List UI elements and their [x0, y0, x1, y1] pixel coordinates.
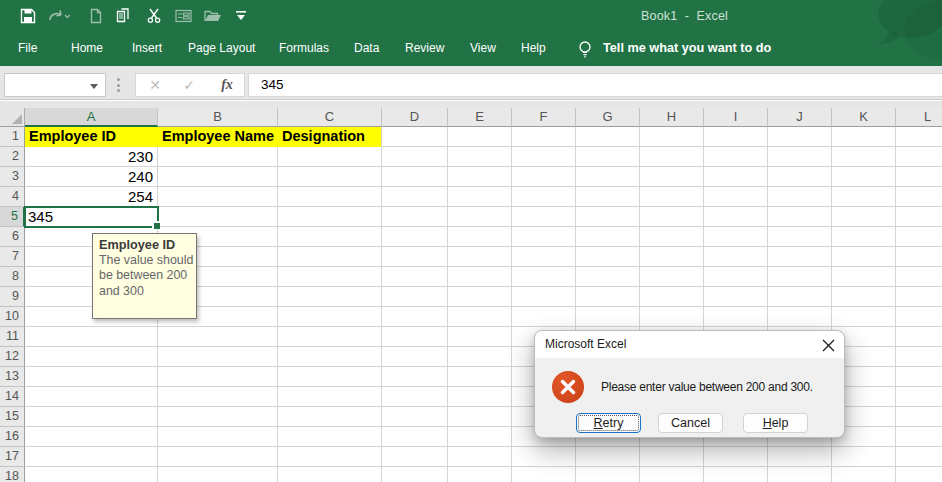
help-button[interactable]: Help — [743, 413, 808, 433]
gridline — [381, 127, 382, 482]
cell-b1[interactable]: Employee Name — [158, 127, 278, 146]
ribbon-tab-formulas[interactable]: Formulas — [279, 32, 329, 66]
gridline — [25, 466, 942, 467]
validation-title: Employee ID — [99, 238, 194, 252]
divider-dot — [117, 78, 120, 81]
row-header-9[interactable]: 9 — [0, 287, 25, 307]
column-header-a[interactable]: A — [25, 108, 158, 127]
column-header-g[interactable]: G — [576, 108, 640, 127]
tell-me-label: Tell me what you want to do — [603, 32, 771, 66]
error-icon — [552, 371, 584, 403]
cancel-button[interactable]: Cancel — [658, 413, 723, 433]
column-header-c[interactable]: C — [278, 108, 382, 127]
row-header-18[interactable]: 18 — [0, 467, 25, 482]
button-label: Help — [763, 416, 789, 430]
gridline — [895, 127, 896, 482]
header-gap-strip — [0, 101, 942, 108]
gridline — [25, 206, 942, 207]
validation-body: The value should be between 200 and 300 — [99, 253, 194, 299]
column-header-h[interactable]: H — [640, 108, 704, 127]
column-header-e[interactable]: E — [448, 108, 512, 127]
gridline — [25, 186, 942, 187]
ribbon-tab-page-layout[interactable]: Page Layout — [188, 32, 255, 66]
row-header-14[interactable]: 14 — [0, 387, 25, 407]
column-header-j[interactable]: J — [768, 108, 832, 127]
dialog-title-bar: Microsoft Excel — [535, 331, 844, 358]
gridline — [25, 446, 942, 447]
row-header-1[interactable]: 1 — [0, 127, 25, 147]
row-header-7[interactable]: 7 — [0, 247, 25, 267]
gridline — [447, 127, 448, 482]
cell-a4[interactable]: 254 — [25, 187, 157, 206]
row-header-11[interactable]: 11 — [0, 327, 25, 347]
active-cell-a5[interactable]: 345 — [24, 206, 159, 228]
ribbon-tab-data[interactable]: Data — [354, 32, 379, 66]
ribbon-tab-help[interactable]: Help — [521, 32, 546, 66]
formula-input[interactable]: 345 — [248, 73, 942, 97]
row-header-4[interactable]: 4 — [0, 187, 25, 207]
gridline — [25, 166, 942, 167]
row-header-15[interactable]: 15 — [0, 407, 25, 427]
button-label: Cancel — [671, 416, 710, 430]
row-header-10[interactable]: 10 — [0, 307, 25, 327]
cell-c1[interactable]: Designation — [278, 127, 382, 146]
form-icon[interactable] — [175, 8, 191, 24]
new-file-icon[interactable] — [88, 8, 104, 24]
divider-dot — [117, 89, 120, 92]
open-folder-icon[interactable] — [204, 8, 220, 24]
formula-bar-divider — [117, 78, 120, 92]
lightbulb-icon — [576, 40, 594, 59]
copy-icon[interactable] — [116, 8, 132, 24]
formula-buttons: ✕ ✓ fx — [135, 73, 245, 97]
ribbon-tab-bar: FileHomeInsertPage LayoutFormulasDataRev… — [0, 32, 942, 66]
ribbon-tab-review[interactable]: Review — [405, 32, 444, 66]
select-all-triangle-icon — [12, 114, 22, 124]
column-header-k[interactable]: K — [832, 108, 896, 127]
column-header-l[interactable]: L — [896, 108, 942, 127]
insert-function-icon[interactable]: fx — [216, 74, 238, 96]
row-header-8[interactable]: 8 — [0, 267, 25, 287]
error-dialog: Microsoft Excel Please enter value betwe… — [534, 330, 845, 438]
ribbon-tab-file[interactable]: File — [18, 32, 37, 66]
redo-icon[interactable] — [48, 8, 64, 24]
select-all-corner[interactable] — [0, 108, 25, 127]
dialog-message: Please enter value between 200 and 300. — [601, 371, 813, 403]
cell-a1[interactable]: Employee ID — [25, 127, 158, 146]
ribbon-tab-home[interactable]: Home — [71, 32, 103, 66]
cell-a2[interactable]: 230 — [25, 147, 157, 166]
confirm-entry-icon[interactable]: ✓ — [180, 74, 198, 96]
cancel-entry-icon[interactable]: ✕ — [146, 74, 164, 96]
ribbon-tab-view[interactable]: View — [470, 32, 496, 66]
retry-button[interactable]: Retry — [576, 413, 641, 433]
fill-handle[interactable] — [154, 223, 160, 229]
active-cell-value: 345 — [28, 208, 53, 226]
column-header-b[interactable]: B — [158, 108, 278, 127]
ribbon-tab-insert[interactable]: Insert — [132, 32, 162, 66]
title-bar: Book1 - Excel — [0, 0, 942, 32]
gridline — [25, 226, 942, 227]
row-header-6[interactable]: 6 — [0, 227, 25, 247]
save-icon[interactable] — [20, 8, 36, 24]
dialog-close-icon[interactable] — [822, 338, 835, 351]
name-box-dropdown-icon[interactable] — [90, 84, 98, 89]
cell-a3[interactable]: 240 — [25, 167, 157, 186]
row-header-16[interactable]: 16 — [0, 427, 25, 447]
column-header-d[interactable]: D — [382, 108, 448, 127]
name-box[interactable] — [4, 73, 106, 97]
customize-qat-icon[interactable] — [236, 10, 252, 26]
window-title: Book1 - Excel — [641, 0, 728, 32]
column-header-i[interactable]: I — [704, 108, 768, 127]
row-header-13[interactable]: 13 — [0, 367, 25, 387]
divider-dot — [117, 84, 120, 87]
dialog-title: Microsoft Excel — [545, 331, 626, 358]
cut-icon[interactable] — [146, 8, 162, 24]
formula-bar: ✕ ✓ fx 345 — [0, 66, 942, 100]
row-header-12[interactable]: 12 — [0, 347, 25, 367]
row-header-2[interactable]: 2 — [0, 147, 25, 167]
validation-input-message: Employee ID The value should be between … — [92, 233, 197, 319]
row-header-17[interactable]: 17 — [0, 447, 25, 467]
row-header-5[interactable]: 5 — [0, 207, 25, 227]
row-header-3[interactable]: 3 — [0, 167, 25, 187]
column-header-f[interactable]: F — [512, 108, 576, 127]
formula-value: 345 — [261, 74, 284, 96]
